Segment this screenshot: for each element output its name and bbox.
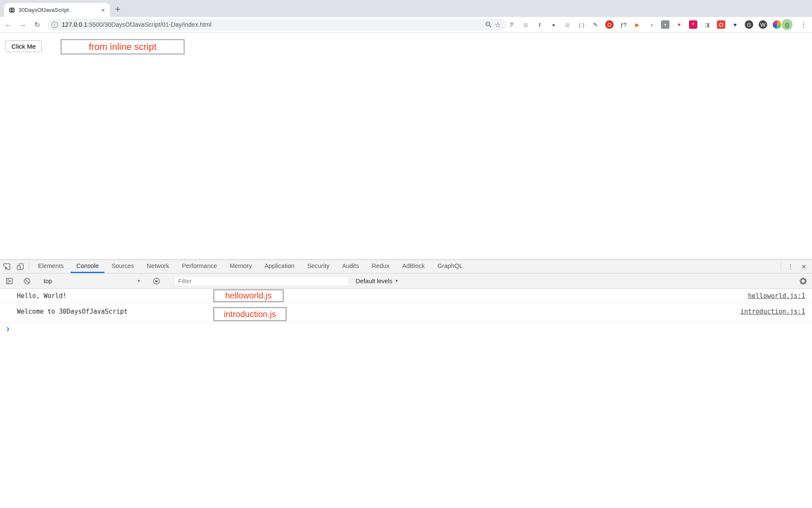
log-levels-value: Default levels [356, 278, 392, 284]
bookmark-star-icon[interactable]: ☆ [493, 21, 502, 29]
clear-console-icon[interactable] [20, 277, 34, 285]
site-info-icon[interactable]: i [52, 22, 58, 28]
url-host: 127.0.0.1 [62, 21, 87, 28]
devtools-tab-elements[interactable]: Elements [33, 260, 69, 273]
w-circle-extension-icon[interactable]: W [759, 20, 767, 29]
page-content: Click Me from inline script [0, 33, 812, 260]
devtools-tabbar: ElementsConsoleSourcesNetworkPerformance… [0, 260, 812, 273]
devtools-tab-memory[interactable]: Memory [224, 260, 257, 273]
chevron-down-icon: ▾ [137, 278, 140, 284]
devtools-tab-graphql[interactable]: GraphQL [432, 260, 468, 273]
annotation-label: introduction.js [224, 309, 276, 319]
live-expression-eye-icon[interactable] [148, 277, 165, 285]
console-toolbar-right [790, 273, 812, 288]
forward-icon[interactable]: → [17, 19, 29, 30]
bug-extension-icon[interactable]: ● [549, 20, 558, 29]
devtools-tab-redux[interactable]: Redux [366, 260, 395, 273]
device-toolbar-icon[interactable] [14, 260, 27, 273]
eyedropper-extension-icon[interactable]: ✎ [591, 20, 600, 29]
inspect-element-icon[interactable] [0, 260, 14, 273]
camera-extension-icon[interactable]: • [661, 20, 669, 29]
pipes-extension-icon[interactable]: ◨ [703, 20, 711, 29]
braces-circle-extension-icon[interactable]: (·) [577, 20, 586, 29]
annotation-label: helloworld.js [225, 291, 272, 301]
browser-tab[interactable]: 30DaysOfJavaScript × [4, 3, 110, 17]
console-sidebar-toggle-icon[interactable] [3, 277, 16, 285]
toolbar-separator [777, 20, 778, 29]
extensions-container: ℱ◎‖●▦(·)✎Oƒ?▶◑•✶*◨O♥GW [508, 17, 781, 32]
address-bar[interactable]: i 127.0.0.1:5500/30DaysOfJavaScript/01-D… [47, 19, 507, 30]
stop-hand-extension-icon[interactable]: O [605, 20, 614, 29]
console-prompt-row[interactable]: › [0, 323, 812, 337]
annotation-box-introduction: introduction.js [213, 307, 287, 321]
console-message-row: Welcome to 30DaysOfJavaScript introducti… [0, 303, 812, 323]
pause-bars-extension-icon[interactable]: ‖ [535, 20, 544, 29]
context-selector[interactable]: top ▾ [38, 273, 144, 288]
target-extension-icon[interactable]: ◎ [521, 20, 530, 29]
inline-script-box: from inline script [60, 39, 185, 55]
profile-avatar[interactable]: {} [782, 19, 793, 30]
devtools-close-icon[interactable]: × [798, 262, 809, 271]
inline-script-label: from inline script [89, 41, 156, 52]
source-link[interactable]: introduction.js:1 [740, 308, 805, 315]
devtools-tab-audits[interactable]: Audits [337, 260, 365, 273]
devtools-tabs: ElementsConsoleSourcesNetworkPerformance… [33, 260, 470, 273]
onetab-extension-icon[interactable]: ◑ [647, 20, 656, 29]
tab-title: 30DaysOfJavaScript [19, 7, 100, 13]
g-circle-extension-icon[interactable]: G [745, 20, 753, 29]
grid-extension-icon[interactable]: ▦ [563, 20, 572, 29]
devtools-tabbar-right: ⋮ × [779, 260, 809, 273]
tab-strip: 30DaysOfJavaScript × + [0, 0, 812, 17]
devtools-menu-icon[interactable]: ⋮ [785, 262, 796, 271]
devtools-tab-performance[interactable]: Performance [176, 260, 222, 273]
megaphone-extension-icon[interactable]: ▶ [633, 20, 642, 29]
function-help-extension-icon[interactable]: ƒ? [619, 20, 628, 29]
console-filter-input[interactable] [174, 276, 349, 286]
toolbar-right-cluster: {} ⋮ [777, 17, 810, 32]
browser-window: 30DaysOfJavaScript × + ← → ↻ i 127.0.0.1… [0, 0, 812, 508]
pink-gear-extension-icon[interactable]: * [689, 20, 697, 29]
annotation-box-helloworld: helloworld.js [213, 289, 284, 302]
console-toolbar: top ▾ Default levels ▾ [0, 273, 812, 289]
back-icon[interactable]: ← [3, 19, 14, 30]
chevron-down-icon: ▾ [395, 278, 398, 284]
log-levels-dropdown[interactable]: Default levels ▾ [356, 278, 398, 284]
pink-star-extension-icon[interactable]: ✶ [675, 20, 683, 29]
devtools-separator [29, 262, 29, 271]
context-selector-value: top [44, 278, 52, 284]
zoom-magnifier-icon[interactable] [484, 21, 493, 28]
devtools-tab-console[interactable]: Console [71, 260, 104, 273]
url-path: :5500/30DaysOfJavaScript/01-Day/index.ht… [87, 21, 211, 28]
reload-icon[interactable]: ↻ [31, 19, 43, 30]
new-tab-button[interactable]: + [115, 3, 121, 15]
settings-gear-icon[interactable] [794, 277, 812, 285]
devtools-tab-application[interactable]: Application [259, 260, 300, 273]
heart-search-extension-icon[interactable]: ♥ [731, 20, 739, 29]
devtools-tab-security[interactable]: Security [302, 260, 335, 273]
browser-menu-icon[interactable]: ⋮ [796, 20, 810, 29]
console-message-row: Hello, World! helloworld.js helloworld.j… [0, 289, 812, 303]
devtools-tab-sources[interactable]: Sources [106, 260, 140, 273]
devtools-panel: ElementsConsoleSourcesNetworkPerformance… [0, 260, 812, 508]
console-message-text: Hello, World! [17, 292, 66, 300]
url-text[interactable]: 127.0.0.1:5500/30DaysOfJavaScript/01-Day… [62, 21, 484, 28]
console-messages: Hello, World! helloworld.js helloworld.j… [0, 289, 812, 337]
font-script-extension-icon[interactable]: ℱ [508, 20, 516, 29]
devtools-tab-adblock[interactable]: AdBlock [397, 260, 430, 273]
devtools-tab-network[interactable]: Network [141, 260, 175, 273]
source-link[interactable]: helloworld.js:1 [748, 292, 805, 300]
console-prompt-chevron-icon: › [6, 324, 9, 334]
console-message-text: Welcome to 30DaysOfJavaScript [17, 308, 128, 315]
click-me-button[interactable]: Click Me [5, 40, 42, 52]
tab-close-icon[interactable]: × [100, 6, 106, 14]
red-o-extension-icon[interactable]: O [717, 20, 725, 29]
devtools-separator [781, 262, 781, 271]
globe-favicon-icon [8, 7, 15, 14]
